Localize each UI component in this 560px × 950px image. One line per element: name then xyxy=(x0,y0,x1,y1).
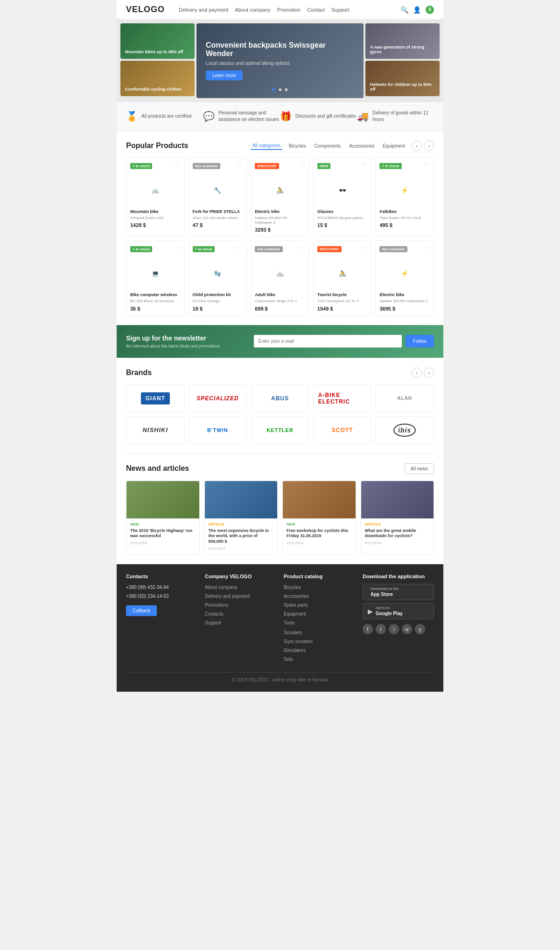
newsletter-title: Sign up for the newsletter xyxy=(126,334,246,342)
bike-icon-0: 🚲 xyxy=(152,187,159,194)
footer-link-about[interactable]: About company xyxy=(205,584,276,591)
products-next-arrow[interactable]: › xyxy=(424,141,434,151)
telegram-icon[interactable]: t xyxy=(376,624,386,634)
logo[interactable]: VELOGO xyxy=(126,5,165,14)
hero-dot-2[interactable] xyxy=(279,88,281,91)
product-desc-2: Haibike 3DURO R2 Halloween 3 xyxy=(255,216,305,226)
wishlist-icon-4[interactable]: ♡ xyxy=(424,162,430,169)
news-date-3: 23.5.2019 xyxy=(365,541,430,545)
tab-equipment[interactable]: Equipment xyxy=(381,142,407,149)
nav-delivery[interactable]: Delivery and payment xyxy=(179,7,228,13)
footer-catalog-accessories[interactable]: Accessories xyxy=(284,593,355,600)
product-badge-6: + In stock xyxy=(193,246,215,252)
product-badge-2: DISCOUNT xyxy=(255,163,279,169)
footer-catalog-title: Product catalog xyxy=(284,574,355,579)
tab-all-categories[interactable]: All categories xyxy=(251,142,282,150)
footer-link-support[interactable]: Support xyxy=(205,619,276,626)
footer-catalog-bicycles[interactable]: Bicycles xyxy=(284,584,355,591)
product-name-9: Electric bike xyxy=(379,292,430,298)
footer-link-contacts[interactable]: Contacts xyxy=(205,610,276,617)
user-icon[interactable]: 👤 xyxy=(413,6,421,14)
certified-icon: 🏅 xyxy=(126,111,138,122)
cart-badge[interactable]: 0 xyxy=(426,6,434,14)
hero-dot-3[interactable] xyxy=(285,88,288,91)
news-title-2: Free workshop for cyclists this Friday 3… xyxy=(287,528,352,539)
instagram-icon[interactable]: i xyxy=(389,624,399,634)
tab-accessories[interactable]: Accessories xyxy=(347,142,376,149)
wishlist-icon-9[interactable]: ♡ xyxy=(424,245,430,252)
google-play-button[interactable]: ▶ Get it on Google Play xyxy=(363,603,434,619)
youtube-icon[interactable]: y xyxy=(415,624,425,634)
products-header: Popular Products All categories Bicycles… xyxy=(126,141,434,151)
callback-button[interactable]: Callback xyxy=(126,605,157,616)
footer-catalog-tools[interactable]: Tools xyxy=(284,619,355,626)
product-image-0: 🚲 xyxy=(130,174,181,206)
footer-link-promotions[interactable]: Promotions xyxy=(205,602,276,609)
brand-scott[interactable]: SCOTT xyxy=(313,416,372,444)
category-tabs: All categories Bicycles Components Acces… xyxy=(251,142,407,150)
brand-specialized[interactable]: SPECIALIZED xyxy=(189,384,247,412)
footer-catalog-equipment[interactable]: Equipment xyxy=(284,610,355,617)
brands-prev-arrow[interactable]: ‹ xyxy=(412,368,422,378)
footer-phone-1: +380 (99) 432-34-94 xyxy=(126,584,197,591)
footer-link-delivery[interactable]: Delivery and payment xyxy=(205,593,276,600)
nav-contact[interactable]: Contact xyxy=(307,7,325,13)
fork-icon: 🔧 xyxy=(214,187,221,194)
newsletter-email-input[interactable] xyxy=(254,335,402,347)
message-icon: 💬 xyxy=(203,111,215,122)
wishlist-icon-6[interactable]: ♡ xyxy=(237,245,243,252)
footer-grid: Contacts +380 (99) 432-34-94 +380 (50) 2… xyxy=(126,574,434,665)
brand-btwin[interactable]: B'TWIN xyxy=(189,416,247,444)
brand-alan[interactable]: ALAN xyxy=(375,384,434,412)
wishlist-icon-0[interactable]: ♡ xyxy=(175,162,181,169)
product-badge-1: Not available xyxy=(193,163,220,169)
footer-company: Company VELOGO About company Delivery an… xyxy=(205,574,276,665)
news-badge-2: NEW xyxy=(287,522,352,526)
brand-kettler[interactable]: KETTLER xyxy=(251,416,309,444)
wishlist-icon-3[interactable]: ♡ xyxy=(362,162,367,169)
footer-delivery-simulators[interactable]: Simulators xyxy=(284,647,355,654)
hero-dot-1[interactable] xyxy=(272,88,275,91)
newsletter-subtitle: Be informed about the latest deals and p… xyxy=(126,344,246,348)
wishlist-icon-8[interactable]: ♡ xyxy=(362,245,367,252)
news-image-1 xyxy=(205,481,278,518)
feature-delivery: 🚚 Delivery of goods within 12 hours xyxy=(357,110,434,123)
wishlist-icon-5[interactable]: ♡ xyxy=(175,245,181,252)
brand-giant[interactable]: GIANT xyxy=(126,384,185,412)
all-news-button[interactable]: All news xyxy=(405,463,434,474)
computer-icon: 💻 xyxy=(152,270,159,277)
wishlist-icon-2[interactable]: ♡ xyxy=(300,162,305,169)
feature-discounts-text: Discounts and gift certificates xyxy=(295,113,356,120)
wishlist-icon-7[interactable]: ♡ xyxy=(300,245,305,252)
product-price-3: 15 $ xyxy=(317,222,368,228)
products-prev-arrow[interactable]: ‹ xyxy=(412,141,422,151)
footer-delivery-gyro[interactable]: Gyro scooters xyxy=(284,638,355,645)
hero-learn-more-button[interactable]: Learn more xyxy=(206,71,243,80)
search-icon[interactable]: 🔍 xyxy=(400,6,408,14)
whatsapp-icon[interactable]: w xyxy=(402,624,412,634)
product-card-electric-bike-2: Not available ♡ ⚡ Electric bike Haibike … xyxy=(375,241,434,315)
nav-support[interactable]: Support xyxy=(331,7,350,13)
product-card-mountain-bike: + In stock ♡ 🚲 Mountain bike Forward Dur… xyxy=(126,157,185,237)
facebook-icon[interactable]: f xyxy=(363,624,373,634)
brand-abus[interactable]: ABUS xyxy=(251,384,309,412)
nav-promotion[interactable]: Promotion xyxy=(277,7,301,13)
brand-nishiki[interactable]: NISHIKI xyxy=(126,416,185,444)
product-desc-3: ROCKBROS Bicycle yellow xyxy=(317,216,368,220)
brand-abike[interactable]: A-BIKE ELECTRIC xyxy=(313,384,372,412)
brands-next-arrow[interactable]: › xyxy=(424,368,434,378)
news-date-1: 23.5.2019 xyxy=(209,546,274,551)
product-price-7: 699 $ xyxy=(255,306,305,312)
tab-components[interactable]: Components xyxy=(313,142,343,149)
app-store-button[interactable]: Download on the App Store xyxy=(363,584,434,600)
nav-about[interactable]: About company xyxy=(235,7,270,13)
brand-ibis[interactable]: ibis xyxy=(375,416,434,444)
footer-phone-2: +380 (50) 234-14-53 xyxy=(126,593,197,600)
footer-delivery-scooters[interactable]: Scooters xyxy=(284,629,355,636)
tab-bicycles[interactable]: Bicycles xyxy=(287,142,308,149)
footer-delivery-sets[interactable]: Sets xyxy=(284,656,355,663)
wishlist-icon-1[interactable]: ♡ xyxy=(237,162,243,169)
newsletter-submit-button[interactable]: Follow xyxy=(406,335,434,347)
product-price-6: 19 $ xyxy=(193,306,243,312)
footer-catalog-spare-parts[interactable]: Spare parts xyxy=(284,602,355,609)
